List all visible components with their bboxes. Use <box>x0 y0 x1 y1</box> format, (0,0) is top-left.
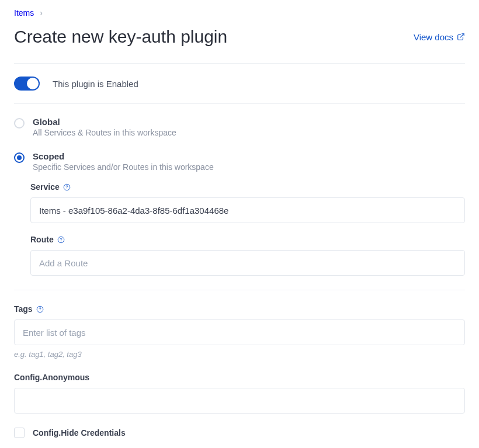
config-hide-credentials-label: Config.Hide Credentials <box>33 428 126 437</box>
service-select[interactable]: Items - e3a9f105-86a2-4da3-8f85-6df1a304… <box>30 197 465 223</box>
svg-point-2 <box>67 188 67 189</box>
service-label: Service <box>30 182 60 192</box>
breadcrumb-items-link[interactable]: Items <box>14 8 34 18</box>
scope-scoped-radio[interactable] <box>14 152 25 163</box>
config-hide-credentials-checkbox[interactable] <box>14 428 25 438</box>
config-anonymous-label: Config.Anonymous <box>14 373 89 382</box>
tags-section: Tags e.g. tag1, tag2, tag3 <box>14 290 465 359</box>
scope-global-title: Global <box>33 117 176 127</box>
plugin-enabled-toggle[interactable] <box>14 77 40 91</box>
route-field: Route Add a Route <box>30 235 465 276</box>
service-field: Service Items - e3a9f105-86a2-4da3-8f85-… <box>30 182 465 223</box>
config-anonymous-input[interactable] <box>14 388 465 414</box>
scope-global-row[interactable]: Global All Services & Routes in this wor… <box>14 112 465 137</box>
page-title: Create new key-auth plugin <box>14 27 227 47</box>
route-placeholder: Add a Route <box>39 258 88 268</box>
svg-line-0 <box>460 34 464 37</box>
scope-scoped-title: Scoped <box>33 151 214 161</box>
enable-section: This plugin is Enabled <box>14 64 465 103</box>
route-label: Route <box>30 235 54 244</box>
scope-global-desc: All Services & Routes in this workspace <box>33 128 176 137</box>
scope-group: Global All Services & Routes in this wor… <box>14 104 465 290</box>
breadcrumb-separator: › <box>40 8 43 18</box>
route-select[interactable]: Add a Route <box>30 250 465 276</box>
config-hide-credentials-row[interactable]: Config.Hide Credentials <box>14 428 465 438</box>
svg-point-4 <box>61 241 61 241</box>
tags-label: Tags <box>14 304 33 314</box>
scope-global-radio[interactable] <box>14 118 25 129</box>
view-docs-link[interactable]: View docs <box>414 32 465 42</box>
tags-hint: e.g. tag1, tag2, tag3 <box>14 350 465 359</box>
page-header: Create new key-auth plugin View docs <box>14 27 465 47</box>
scoped-subfields: Service Items - e3a9f105-86a2-4da3-8f85-… <box>14 172 465 290</box>
help-icon[interactable] <box>36 305 44 313</box>
plugin-enabled-label: This plugin is Enabled <box>53 79 138 89</box>
scope-scoped-row[interactable]: Scoped Specific Services and/or Routes i… <box>14 147 465 172</box>
config-anonymous-section: Config.Anonymous <box>14 359 465 414</box>
service-value: Items - e3a9f105-86a2-4da3-8f85-6df1a304… <box>39 206 228 216</box>
tags-input[interactable] <box>14 319 465 345</box>
help-icon[interactable] <box>57 235 65 244</box>
view-docs-label: View docs <box>414 32 453 42</box>
help-icon[interactable] <box>63 183 71 191</box>
scope-scoped-desc: Specific Services and/or Routes in this … <box>33 162 214 172</box>
svg-point-6 <box>40 310 40 311</box>
external-link-icon <box>457 33 465 41</box>
breadcrumb: Items › <box>14 6 465 23</box>
